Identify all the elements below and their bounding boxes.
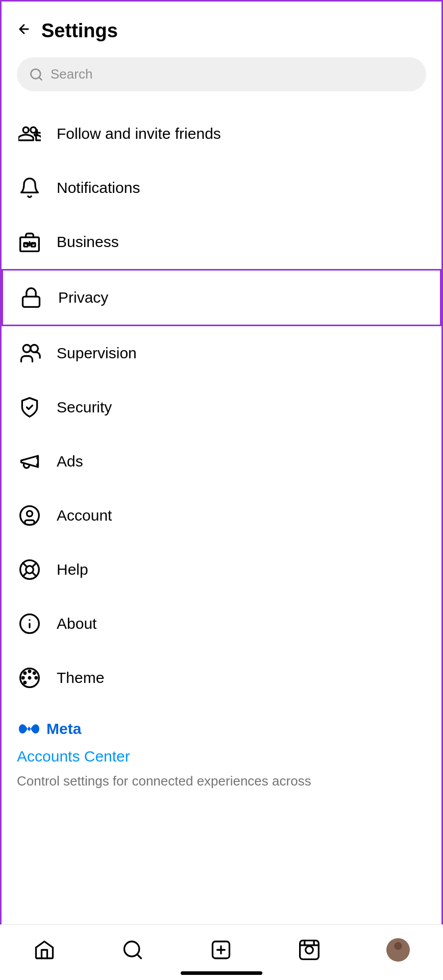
menu-item-ads[interactable]: Ads [2, 434, 441, 488]
accounts-center-description: Control settings for connected experienc… [17, 773, 311, 789]
settings-page: Settings Search [2, 2, 441, 980]
lifebuoy-icon [17, 557, 42, 582]
svg-line-19 [32, 572, 36, 576]
palette-icon [17, 665, 42, 691]
menu-item-privacy[interactable]: Privacy [2, 269, 441, 326]
search-bar[interactable]: Search [17, 57, 426, 91]
home-indicator [181, 971, 262, 975]
menu-item-label: Privacy [58, 289, 108, 306]
svg-point-27 [29, 670, 31, 672]
meta-text: Meta [46, 720, 81, 738]
svg-line-21 [23, 572, 27, 576]
search-icon [121, 939, 144, 961]
svg-line-34 [137, 954, 141, 959]
meta-section: Meta Accounts Center Control settings fo… [2, 705, 441, 794]
meta-logo: Meta [17, 720, 426, 738]
svg-point-28 [35, 677, 37, 679]
svg-point-29 [22, 677, 24, 679]
svg-point-11 [31, 345, 38, 353]
search-placeholder-text: Search [51, 66, 92, 82]
menu-item-label: Ads [57, 453, 83, 470]
menu-item-label: Account [57, 507, 112, 524]
menu-item-business[interactable]: Business [2, 215, 441, 269]
menu-item-notifications[interactable]: Notifications [2, 161, 441, 215]
menu-item-label: Security [57, 399, 112, 416]
menu-item-label: About [57, 615, 96, 632]
nav-home[interactable] [23, 936, 66, 964]
menu-item-follow-invite[interactable]: Follow and invite friends [2, 107, 441, 161]
svg-line-18 [23, 563, 27, 567]
home-icon [33, 939, 56, 961]
nav-reels[interactable] [288, 936, 331, 964]
nav-profile[interactable] [376, 935, 420, 965]
plus-square-icon [210, 939, 232, 961]
page-title: Settings [41, 20, 118, 42]
nav-search[interactable] [111, 936, 154, 964]
svg-point-13 [37, 464, 38, 465]
bottom-navigation [0, 924, 443, 980]
menu-item-account[interactable]: Account [2, 488, 441, 543]
svg-rect-7 [24, 243, 28, 247]
person-circle-icon [17, 503, 42, 528]
add-person-icon [17, 121, 42, 146]
supervision-icon [17, 340, 42, 366]
menu-item-theme[interactable]: Theme [2, 651, 441, 705]
menu-item-label: Notifications [57, 179, 140, 197]
svg-point-32 [24, 681, 26, 683]
svg-line-1 [39, 77, 41, 80]
svg-point-12 [37, 458, 38, 459]
shop-icon [17, 229, 42, 255]
search-container: Search [2, 52, 441, 107]
svg-point-31 [24, 672, 26, 674]
menu-item-about[interactable]: About [2, 597, 441, 651]
svg-point-14 [20, 506, 39, 525]
shield-check-icon [17, 395, 42, 420]
svg-point-30 [33, 672, 35, 674]
nav-create[interactable] [200, 936, 242, 964]
svg-rect-38 [300, 941, 319, 960]
info-icon [17, 611, 42, 636]
menu-item-label: Supervision [57, 345, 137, 362]
page-header: Settings [2, 2, 441, 52]
megaphone-icon [17, 449, 42, 474]
svg-point-10 [23, 345, 31, 353]
menu-item-security[interactable]: Security [2, 380, 441, 434]
menu-item-label: Follow and invite friends [57, 125, 221, 142]
lock-icon [18, 285, 44, 310]
svg-rect-8 [32, 243, 35, 247]
menu-item-label: Help [57, 561, 88, 578]
avatar [386, 938, 410, 962]
menu-item-label: Business [57, 233, 119, 251]
svg-point-26 [29, 677, 31, 679]
settings-menu: Follow and invite friends Notifications [2, 107, 441, 705]
menu-item-help[interactable]: Help [2, 543, 441, 597]
svg-rect-9 [23, 297, 40, 307]
search-icon [29, 67, 43, 82]
reels-icon [298, 939, 321, 961]
bell-icon [17, 175, 42, 201]
svg-point-43 [395, 942, 402, 950]
menu-item-supervision[interactable]: Supervision [2, 326, 441, 380]
accounts-center-link[interactable]: Accounts Center [17, 748, 426, 765]
back-button[interactable] [17, 22, 31, 40]
svg-point-39 [306, 946, 313, 954]
svg-line-20 [32, 563, 36, 567]
svg-point-15 [27, 511, 33, 517]
meta-logo-icon [17, 721, 41, 737]
menu-item-label: Theme [57, 669, 104, 687]
